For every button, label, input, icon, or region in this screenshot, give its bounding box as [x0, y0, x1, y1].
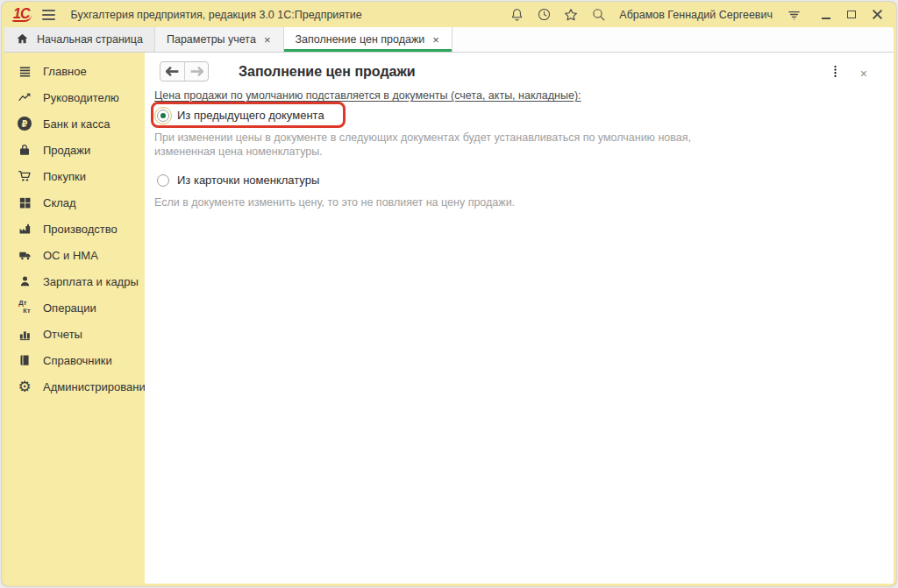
sidebar-item-label: Склад [43, 196, 76, 209]
warehouse-grid-icon [16, 194, 33, 211]
sidebar-item-label: Покупки [43, 170, 86, 183]
back-button[interactable] [160, 62, 184, 81]
sidebar-item-administration[interactable]: ⚙ Администрирование [4, 373, 145, 400]
current-user-name[interactable]: Абрамов Геннадий Сергеевич [616, 9, 776, 21]
sidebar-item-label: Производство [43, 223, 118, 236]
sidebar-item-label: Администрирование [43, 380, 145, 393]
option-description: При изменении цены в документе в следующ… [154, 131, 700, 159]
section-sidebar: Главное Руководителю ₽ Банк и касса Прод… [4, 53, 145, 584]
radio-button-icon[interactable] [157, 174, 169, 187]
gear-icon: ⚙ [16, 378, 33, 395]
search-icon [591, 7, 606, 22]
tab-fill-sale-prices[interactable]: Заполнение цен продажи × [284, 27, 453, 52]
sidebar-item-label: ОС и НМА [43, 249, 98, 262]
title-bar: 1С Бухгалтерия предприятия, редакция 3.0… [4, 2, 894, 27]
radio-button-selected-icon[interactable] [157, 110, 169, 122]
intro-text: Цена продажи по умолчанию подставляется … [154, 89, 880, 102]
page-title: Заполнение цен продажи [239, 64, 416, 80]
sidebar-item-manager[interactable]: Руководителю [4, 84, 145, 110]
trend-chart-icon [16, 89, 33, 106]
sidebar-item-label: Главное [43, 65, 87, 78]
sidebar-item-warehouse[interactable]: Склад [4, 189, 145, 216]
person-icon [16, 273, 33, 290]
maximize-button[interactable] [842, 5, 861, 25]
factory-icon [16, 220, 33, 237]
arrow-left-icon [166, 67, 179, 76]
radio-option-item-card[interactable]: Из карточки номенклатуры [154, 166, 880, 193]
sidebar-item-label: Отчеты [43, 328, 82, 341]
service-menu-button[interactable] [784, 5, 803, 25]
shopping-cart-icon [16, 167, 33, 185]
bell-icon [510, 7, 524, 22]
menu-lines-icon [16, 62, 33, 80]
bar-chart-icon [16, 325, 33, 343]
minimize-button[interactable] [816, 5, 836, 25]
notifications-button[interactable] [507, 5, 526, 25]
sidebar-item-sales[interactable]: Продажи [4, 137, 145, 163]
dt-kt-icon: ДтКт [16, 299, 33, 316]
tab-label: Заполнение цен продажи [296, 33, 425, 46]
option-description: Если в документе изменить цену, то это н… [154, 195, 700, 209]
sidebar-item-label: Зарплата и кадры [43, 275, 139, 288]
home-icon [16, 32, 29, 47]
ruble-circle-icon: ₽ [16, 115, 33, 132]
sidebar-item-directories[interactable]: Справочники [4, 347, 145, 373]
history-clock-icon [537, 7, 552, 22]
window-close-button[interactable] [867, 5, 887, 25]
search-button[interactable] [588, 5, 608, 25]
sidebar-item-label: Операции [43, 301, 96, 315]
more-vertical-icon [833, 65, 837, 79]
tab-home-page[interactable]: Начальная страница [4, 27, 155, 52]
sidebar-item-label: Продажи [43, 144, 90, 157]
radio-option-label: Из карточки номенклатуры [177, 174, 319, 187]
main-menu-button[interactable] [39, 5, 58, 25]
sidebar-item-production[interactable]: Производство [4, 216, 145, 242]
truck-icon [16, 246, 33, 264]
sidebar-item-fixed-assets[interactable]: ОС и НМА [4, 242, 145, 268]
history-button[interactable] [534, 5, 553, 25]
sliders-icon [787, 7, 802, 22]
1c-logo: 1С [12, 7, 32, 22]
sidebar-item-main[interactable]: Главное [4, 58, 145, 84]
app-window: 1С Бухгалтерия предприятия, редакция 3.0… [2, 2, 896, 586]
favorites-button[interactable] [561, 5, 581, 25]
book-icon [16, 351, 33, 369]
forward-button[interactable] [184, 62, 208, 81]
sidebar-item-bank-cash[interactable]: ₽ Банк и касса [4, 110, 145, 137]
sidebar-item-operations[interactable]: ДтКт Операции [4, 294, 145, 321]
window-title: Бухгалтерия предприятия, редакция 3.0 1С… [70, 9, 500, 21]
main-content: Заполнение цен продажи × Цена продажи по… [145, 53, 894, 584]
sidebar-item-label: Справочники [43, 354, 112, 367]
star-icon [563, 7, 579, 23]
radio-option-previous-document[interactable]: Из предыдущего документа [154, 102, 880, 128]
sidebar-item-salary-hr[interactable]: Зарплата и кадры [4, 268, 145, 294]
tab-close-icon[interactable]: × [431, 33, 440, 46]
tab-bar: Начальная страница Параметры учета × Зап… [4, 27, 894, 53]
tab-label: Начальная страница [37, 33, 143, 46]
radio-option-label: Из предыдущего документа [177, 109, 324, 122]
sidebar-item-purchases[interactable]: Покупки [4, 163, 145, 189]
tab-accounting-parameters[interactable]: Параметры учета × [155, 27, 284, 52]
sidebar-item-reports[interactable]: Отчеты [4, 321, 145, 347]
tab-label: Параметры учета [167, 33, 256, 46]
sidebar-item-label: Банк и касса [43, 117, 110, 131]
more-actions-button[interactable] [833, 65, 837, 82]
arrow-right-icon [190, 67, 203, 76]
tab-close-icon[interactable]: × [263, 33, 272, 46]
form-close-button[interactable]: × [860, 67, 867, 80]
history-nav-group [160, 61, 209, 81]
hamburger-icon [42, 7, 55, 23]
sidebar-item-label: Руководителю [43, 91, 119, 104]
shopping-bag-icon [16, 141, 33, 159]
close-icon [872, 9, 883, 20]
